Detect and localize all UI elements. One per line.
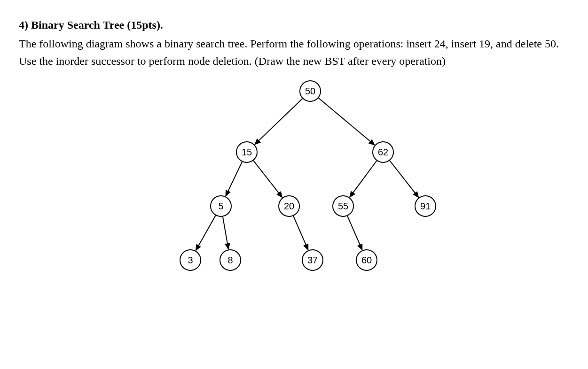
bst-diagram: 3581520375055606291: [169, 79, 451, 281]
edge-5-3: [196, 215, 216, 250]
edge-62-55: [350, 161, 376, 197]
edge-15-5: [226, 162, 242, 196]
edge-55-60: [347, 216, 362, 250]
question-description: The following diagram shows a binary sea…: [19, 35, 569, 70]
edge-50-15: [255, 99, 302, 144]
edge-5-8: [223, 217, 228, 249]
edge-62-91: [390, 161, 418, 197]
question-title: 4) Binary Search Tree (15pts).: [19, 19, 569, 31]
edge-50-62: [319, 98, 375, 145]
edge-15-20: [253, 161, 282, 197]
edge-20-37: [293, 216, 308, 250]
